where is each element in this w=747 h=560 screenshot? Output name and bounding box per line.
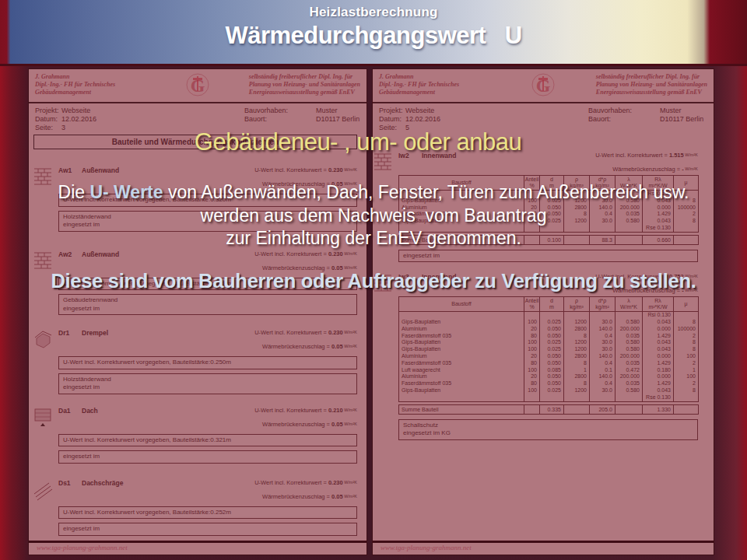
bauvorhaben-row: Bauvorhaben:Muster [244, 107, 338, 115]
detail-box-line: U-Wert incl. Korrekturwert vorgegeben, B… [63, 509, 352, 517]
material-value-cell: 0.050 [540, 360, 564, 367]
company-line: J. Grahmann [35, 73, 115, 81]
column-header-title: d*ρ [590, 298, 615, 304]
company-line: Gebäudemanagement [35, 89, 115, 96]
note-box: eingesetzt im [398, 250, 698, 263]
material-value-cell: 0.025 [540, 346, 564, 353]
section-header: Dr1DrempelU-Wert incl. Korrekturwert = 0… [58, 329, 357, 352]
u-value-block: U-Wert incl. Korrekturwert = 0.230 W/m²K… [254, 479, 357, 500]
wbz-line: Wärmebrückenzuschlag = 0.05 W/m²K [254, 421, 357, 428]
uwert-line: U-Wert incl. Korrekturwert = 0.210 W/m²K [254, 407, 357, 414]
uwert-unit: W/m²K [343, 167, 357, 172]
wbz-value: 0.05 [331, 493, 343, 500]
column-header: Rλm²*K/W [643, 297, 674, 312]
title-banner: Heizlastberechnung Wärmedurchgangswert U [0, 0, 747, 66]
wbz-label: Wärmebrückenzuschlag = [262, 343, 331, 350]
section-name: Dach [82, 407, 98, 415]
material-value-cell [674, 312, 699, 319]
sum-row-table: Summe Bauteil0.335205.01.330 [398, 404, 699, 415]
flat-roof-icon [33, 407, 52, 429]
material-value-cell: 140.0 [590, 326, 615, 333]
detail-box-line: Gebäudetrennwand [63, 296, 352, 305]
sum-value-cell [524, 404, 540, 414]
detail-box: Holzständerwandeingesetzt im [58, 373, 357, 394]
u-value-block: U-Wert incl. Korrekturwert = 0.230 W/m²K… [254, 250, 357, 271]
material-value-cell: 0.085 [540, 367, 564, 374]
section-name: Außenwand [82, 250, 119, 258]
date-row: Datum:12.02.2016 [35, 115, 96, 124]
component-section: Dr1DrempelU-Wert incl. Korrekturwert = 0… [58, 329, 357, 394]
material-value-cell: 0.025 [540, 387, 564, 394]
wbz-label: Wärmebrückenzuschlag = [612, 166, 682, 173]
wbz-unit: W/m²K [343, 494, 357, 499]
note-box: Schallschutz eingesetzt im KG [398, 419, 698, 440]
company-line: selbständig freiberuflicher Dipl. Ing. f… [249, 73, 360, 81]
uwert-value: 0.210 [328, 407, 343, 414]
column-header: ρkg/m³ [564, 297, 590, 312]
sum-value-cell [674, 404, 699, 414]
material-value-cell: 0.050 [540, 333, 564, 340]
material-value-cell: 0.035 [615, 380, 643, 387]
material-value-cell: 0.580 [615, 319, 643, 326]
overlay-body-line3: zur Einhaltung der EnEV genommen. [0, 227, 747, 250]
u-value-block: U-Wert incl. Korrekturwert = 0.230 W/m²K… [254, 329, 357, 350]
column-header-title: Anteil [524, 298, 539, 304]
detail-box-line: eingesetzt im [63, 305, 352, 313]
wbz-value: 0.05 [331, 421, 343, 428]
material-value-cell: 100 [524, 346, 540, 353]
uwert-value: 0.230 [328, 166, 343, 173]
doc-left-footer: www.tga-planung-grahmann.net [29, 541, 366, 551]
company-name-block: J. Grahmann Dipl.-Ing.- FH für Technisch… [35, 73, 115, 96]
doc-right-info: Projekt:Webseite Datum:12.02.2016 Seite:… [373, 103, 714, 131]
wbz-unit: W/m²K [343, 344, 357, 348]
material-value-cell: 100 [674, 373, 699, 380]
material-value-cell: 80 [524, 360, 540, 367]
material-value-cell: 20 [524, 353, 540, 360]
material-value-cell: 0.4 [590, 380, 615, 387]
wbz-line: Wärmebrückenzuschlag = - W/m²K [595, 166, 698, 173]
wbz-unit: W/m²K [684, 166, 698, 171]
material-value-cell: 8 [674, 387, 699, 394]
sum-value-cell: 205.0 [590, 404, 615, 414]
sum-value-cell [564, 404, 590, 414]
material-row: Gips-Bauplatten1000.025120030.00.5800.04… [399, 346, 699, 353]
material-value-cell: 0.043 [643, 387, 674, 394]
website-url: www.tga-planung-grahmann.net [373, 543, 714, 551]
material-name-cell: Luft waagerecht [399, 367, 524, 374]
date-value: 12.02.2016 [61, 115, 96, 123]
column-header-unit: m²*K/W [643, 304, 673, 310]
material-value-cell: 20 [524, 373, 540, 380]
component-section: Da1DachU-Wert incl. Korrekturwert = 0.21… [58, 407, 357, 464]
material-value-cell: 0.000 [643, 353, 674, 360]
material-row: Faserdämmstoff 035800.05080.40.0351.4292 [399, 360, 699, 367]
project-value: Webseite [61, 107, 90, 114]
wbz-value: 0.05 [331, 343, 343, 350]
uwert-unit: W/m²K [343, 251, 357, 256]
slide-title: Wärmedurchgangswert U [0, 22, 747, 50]
material-value-cell: 0.472 [615, 367, 643, 374]
material-value-cell [615, 312, 643, 319]
sum-value-cell: 1.330 [643, 404, 674, 414]
material-value-cell: 8 [564, 360, 590, 367]
uwert-value: 0.230 [328, 250, 343, 257]
material-value-cell [674, 394, 699, 401]
doc-right-footer: www.tga-planung-grahmann.net [373, 541, 714, 551]
column-header-unit: % [524, 304, 539, 310]
material-name-cell: Gips-Bauplatten [399, 319, 524, 326]
company-line: selbständig freiberuflicher Dipl. Ing. f… [596, 73, 707, 81]
doc-right-header: J. Grahmann Dipl.-Ing.- FH für Technisch… [373, 69, 714, 103]
material-value-cell: 140.0 [590, 373, 615, 380]
wbz-unit: W/m²K [343, 265, 357, 270]
overlay-body-text: Die U- Werte von Außenwänden, Dach, Fens… [0, 181, 747, 250]
uwert-label: U-Wert incl. Korrekturwert = [254, 479, 328, 486]
doc-left-header: J. Grahmann Dipl.-Ing.- FH für Technisch… [29, 69, 366, 103]
material-value-cell: 0.180 [643, 367, 674, 374]
company-line: J. Grahmann [379, 73, 459, 81]
material-name-cell: Aluminium [399, 353, 524, 360]
column-header: dm [540, 297, 564, 312]
materials-table: BaustoffAnteil%dmρkg/m³d*ρkg/m²λW/m*KRλm… [398, 296, 699, 401]
material-value-cell [615, 394, 643, 401]
company-line: Energieausweisausstellung gemäß EnEV [596, 89, 707, 96]
project-value: Webseite [405, 107, 434, 114]
material-row: Aluminium200.0502800140.0200.0000.000100 [399, 353, 699, 360]
